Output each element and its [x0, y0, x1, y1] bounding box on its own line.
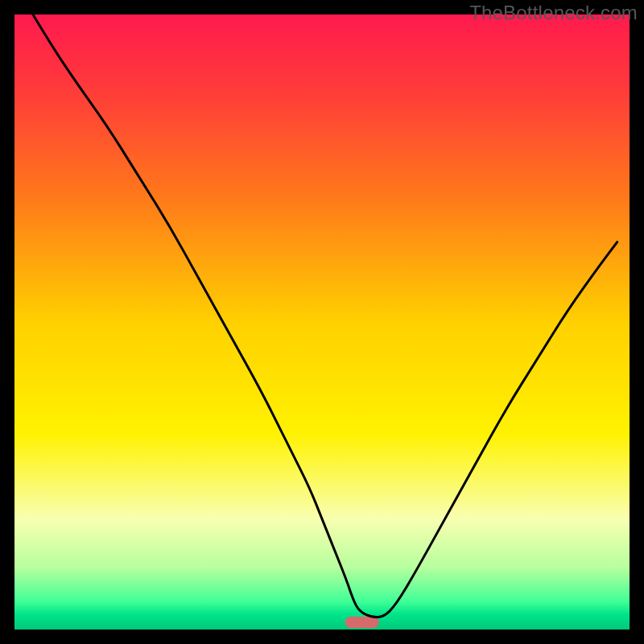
watermark-text: TheBottleneck.com [469, 2, 638, 24]
bottleneck-chart [0, 0, 644, 644]
plot-background [14, 14, 630, 630]
optimal-marker [345, 617, 379, 628]
chart-stage: TheBottleneck.com [0, 0, 644, 644]
